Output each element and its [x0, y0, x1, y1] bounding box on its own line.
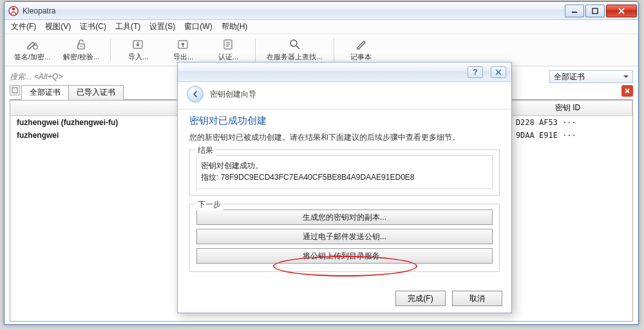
- tool-import[interactable]: 导入...: [117, 36, 158, 64]
- result-fingerprint: 指纹: 78F9DC9ECD43FC7EA40CF5BE8B4A9DAAE91E…: [201, 171, 488, 183]
- tool-label: 导入...: [128, 52, 148, 62]
- tool-label: 解密/校验...: [63, 52, 99, 62]
- tool-label: 记事本: [350, 52, 372, 62]
- app-icon: [8, 6, 19, 16]
- menubar: 文件(F) 视图(V) 证书(C) 工具(T) 设置(S) 窗口(W) 帮助(H…: [5, 20, 638, 34]
- window-title: Kleopatra: [23, 6, 565, 15]
- search-icon: [289, 38, 301, 51]
- dialog-footer: 完成(F) 取消: [395, 291, 502, 306]
- back-button[interactable]: [187, 86, 204, 102]
- menu-cert[interactable]: 证书(C): [80, 21, 106, 32]
- tool-lookup-server[interactable]: 在服务器上查找...: [262, 36, 327, 64]
- menu-window[interactable]: 窗口(W): [184, 21, 212, 32]
- svg-rect-14: [12, 88, 17, 93]
- next-steps-group: 下一步 生成您的密钥对的副本... 通过电子邮件发送公钥... 将公钥上传到目录…: [189, 204, 500, 272]
- question-icon: ?: [473, 68, 477, 77]
- export-icon: [176, 38, 189, 51]
- filter-dropdown[interactable]: 全部证书: [549, 70, 633, 83]
- tool-label: 签名/加密...: [14, 52, 50, 62]
- unlock-icon: [75, 38, 88, 51]
- arrow-left-icon: [191, 90, 200, 99]
- dialog-body: 密钥对已成功创建 您的新密钥对已被成功创建。请在结果和下面建议的后续步骤中查看更…: [178, 110, 511, 286]
- menu-help[interactable]: 帮助(H): [222, 21, 248, 32]
- svg-point-12: [290, 40, 297, 46]
- cell-keyid: 5B9 D228 AF53 ···: [497, 118, 626, 127]
- result-group: 结果 密钥对创建成功。 指纹: 78F9DC9ECD43FC7EA40CF5BE…: [189, 150, 500, 196]
- tab-list-button[interactable]: [10, 85, 20, 95]
- tool-label: 导出...: [173, 52, 193, 62]
- cancel-button[interactable]: 取消: [452, 291, 502, 306]
- menu-file[interactable]: 文件(F): [11, 21, 36, 32]
- import-icon: [131, 38, 144, 51]
- toolbar-separator: [110, 39, 111, 62]
- tab-all-certs[interactable]: 全部证书: [21, 85, 69, 100]
- tool-decrypt-verify[interactable]: 解密/校验...: [59, 36, 104, 64]
- result-legend: 结果: [195, 145, 216, 156]
- email-pubkey-button[interactable]: 通过电子邮件发送公钥...: [196, 229, 493, 244]
- filter-value: 全部证书: [554, 72, 585, 82]
- upload-pubkey-button[interactable]: 将公钥上传到目录服务...: [196, 248, 493, 264]
- pencil-lock-icon: [26, 38, 39, 51]
- svg-line-13: [296, 46, 299, 49]
- svg-point-1: [12, 7, 15, 10]
- dialog-title: 密钥对已成功创建: [189, 115, 500, 127]
- certify-icon: [222, 38, 234, 51]
- minimize-button[interactable]: [565, 5, 584, 17]
- result-textbox: 密钥对创建成功。 指纹: 78F9DC9ECD43FC7EA40CF5BE8B4…: [196, 155, 493, 189]
- menu-tools[interactable]: 工具(T): [115, 21, 140, 32]
- dialog-titlebar: ?: [178, 63, 511, 82]
- dialog-help-button[interactable]: ?: [468, 66, 483, 78]
- cell-keyid: 84A 9DAA E91E ···: [497, 131, 626, 140]
- dialog-header: 密钥创建向导: [178, 82, 511, 110]
- tool-sign-encrypt[interactable]: 签名/加密...: [10, 36, 55, 64]
- close-button[interactable]: [606, 5, 637, 17]
- menu-settings[interactable]: 设置(S): [149, 21, 175, 32]
- tab-close-button[interactable]: [621, 85, 633, 97]
- finish-button[interactable]: 完成(F): [395, 291, 446, 306]
- tool-label: 在服务器上查找...: [267, 52, 322, 62]
- toolbar-separator: [334, 39, 334, 62]
- svg-point-8: [80, 46, 82, 47]
- menu-view[interactable]: 视图(V): [45, 21, 71, 32]
- dialog-close-button[interactable]: [491, 66, 506, 78]
- search-label: 搜索...: [10, 72, 32, 82]
- maximize-button[interactable]: [585, 5, 605, 17]
- backup-keypair-button[interactable]: 生成您的密钥对的副本...: [196, 209, 493, 225]
- titlebar: Kleopatra: [5, 2, 638, 20]
- col-keyid[interactable]: 密钥 ID: [504, 101, 632, 115]
- svg-rect-3: [592, 8, 598, 14]
- tab-imported-certs[interactable]: 已导入证书: [68, 85, 124, 100]
- svg-rect-6: [33, 45, 37, 49]
- key-wizard-dialog: ? 密钥创建向导 密钥对已成功创建 您的新密钥对已被成功创建。请在结果和下面建议…: [177, 62, 512, 313]
- window-controls: [565, 5, 637, 17]
- dialog-description: 您的新密钥对已被成功创建。请在结果和下面建议的后续步骤中查看更多细节。: [189, 132, 500, 143]
- dialog-header-title: 密钥创建向导: [210, 89, 256, 100]
- tool-export[interactable]: 导出...: [162, 36, 204, 64]
- tool-label: 认证...: [218, 52, 238, 62]
- next-legend: 下一步: [195, 199, 223, 210]
- notepad-icon: [355, 38, 368, 51]
- tool-notepad[interactable]: 记事本: [341, 36, 382, 64]
- tool-certify[interactable]: 认证...: [207, 36, 249, 64]
- result-line: 密钥对创建成功。: [201, 160, 488, 171]
- toolbar-separator: [255, 39, 256, 62]
